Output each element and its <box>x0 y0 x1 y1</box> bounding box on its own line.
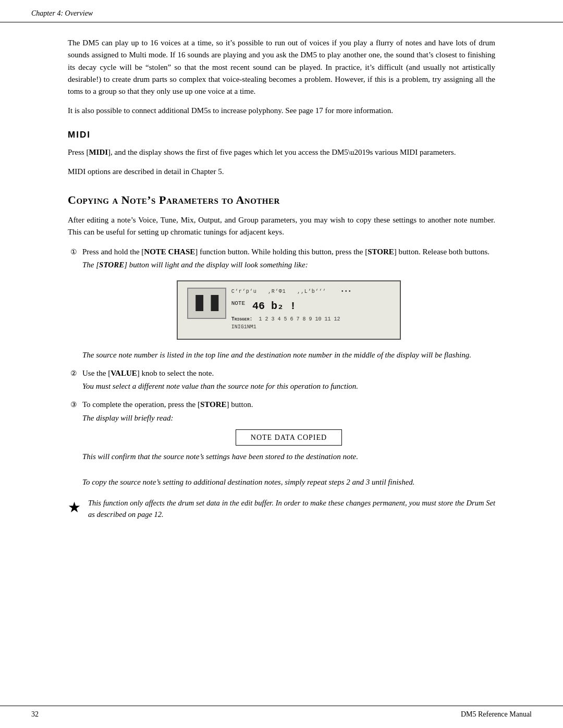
lcd-display-wrapper: ▮▮ C‘r‘p‘u ‚R‘Φ1 ‚‚L‘b‘‘‘ ••• NOTE 46 b₂… <box>82 280 495 340</box>
step-2-num: ② <box>68 368 77 379</box>
display-top-row: ▮▮ C‘r‘p‘u ‚R‘Φ1 ‚‚L‘b‘‘‘ ••• NOTE 46 b₂… <box>187 288 390 331</box>
page-footer: 32 DM5 Reference Manual <box>0 706 563 728</box>
midi-heading: MIDI <box>68 130 495 140</box>
copying-heading-text: Copying a Note’s Parameters to Another <box>68 193 280 206</box>
midi-para1: Press [MIDI], and the display shows the … <box>68 146 495 158</box>
step-3-content: To complete the operation, press the [ST… <box>82 399 495 488</box>
display-trigger-row: TRIGGER: 1 2 3 4 5 6 7 8 9 10 11 12 <box>231 315 390 324</box>
step-1-italic: The [STORE] button will light and the di… <box>82 259 495 271</box>
copying-heading: Copying a Note’s Parameters to Another <box>68 193 495 207</box>
voice-steal-para1: The DM5 can play up to 16 voices at a ti… <box>68 37 495 97</box>
tip-box: ★ This function only affects the drum se… <box>68 498 495 521</box>
step-3-italic: The display will briefly read: <box>82 412 495 424</box>
note-data-copied-box: NOTE DATA COPIED <box>236 429 342 446</box>
step-3-text: To complete the operation, press the [ST… <box>82 400 253 409</box>
page: Chapter 4: Overview The DM5 can play up … <box>0 0 563 728</box>
page-header: Chapter 4: Overview <box>0 0 563 22</box>
step-3: ③ To complete the operation, press the [… <box>68 399 495 488</box>
note-data-copied-wrapper: NOTE DATA COPIED <box>82 429 495 446</box>
display-small-row: C‘r‘p‘u ‚R‘Φ1 ‚‚L‘b‘‘‘ ••• <box>231 288 390 296</box>
polyphony-para2: It is also possible to connect additiona… <box>68 105 495 117</box>
display-right-panel: C‘r‘p‘u ‚R‘Φ1 ‚‚L‘b‘‘‘ ••• NOTE 46 b₂ ! … <box>231 288 390 331</box>
midi-para2: MIDI options are described in detail in … <box>68 166 495 178</box>
post-copy-italic1: This will confirm that the source note’s… <box>82 451 495 463</box>
step-1: ① Press and hold the [NOTE CHASE] functi… <box>68 246 495 361</box>
source-note-italic: The source note number is listed in the … <box>82 349 495 361</box>
midi-bold: MIDI <box>89 148 108 156</box>
post-copy-italic2: To copy the source note’s setting to add… <box>82 476 495 488</box>
step-2-content: Use the [VALUE] knob to select the note.… <box>82 367 495 393</box>
trigger-values: 1 2 3 4 5 6 7 8 9 10 11 12 <box>255 316 340 322</box>
step-2: ② Use the [VALUE] knob to select the not… <box>68 367 495 393</box>
manual-title: DM5 Reference Manual <box>461 710 532 719</box>
note-label: NOTE <box>231 300 245 306</box>
copying-intro: After editing a note’s Voice, Tune, Mix,… <box>68 214 495 239</box>
step-2-text: Use the [VALUE] knob to select the note. <box>82 369 214 377</box>
step-2-italic: You must select a different note value t… <box>82 380 495 392</box>
step-3-num: ③ <box>68 399 77 411</box>
display-highlight-row: INIG1NM1 <box>231 323 390 331</box>
page-number: 32 <box>31 710 39 719</box>
note-value: 46 b₂ ! <box>252 300 296 312</box>
star-icon: ★ <box>68 499 81 516</box>
step-1-num: ① <box>68 246 77 258</box>
chapter-label: Chapter 4: Overview <box>31 9 93 18</box>
step-1-content: Press and hold the [NOTE CHASE] function… <box>82 246 495 361</box>
step-1-text: Press and hold the [NOTE CHASE] function… <box>82 248 489 256</box>
trigger-label: TRIGGER: <box>231 316 253 322</box>
main-content: The DM5 can play up to 16 voices at a ti… <box>0 22 563 567</box>
tip-text: This function only affects the drum set … <box>88 498 495 521</box>
steps-list: ① Press and hold the [NOTE CHASE] functi… <box>68 246 495 489</box>
display-big-squares: ▮▮ <box>187 288 226 319</box>
display-note-row: NOTE 46 b₂ ! <box>231 298 390 314</box>
lcd-display: ▮▮ C‘r‘p‘u ‚R‘Φ1 ‚‚L‘b‘‘‘ ••• NOTE 46 b₂… <box>177 280 401 340</box>
